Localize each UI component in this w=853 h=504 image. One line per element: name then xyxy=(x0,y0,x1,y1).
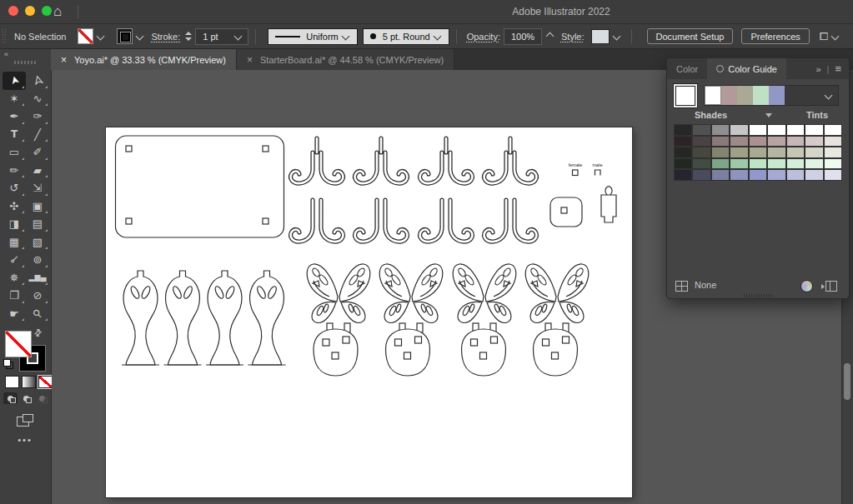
rotate-tool[interactable]: ↺ xyxy=(3,179,26,197)
preferences-button[interactable]: Preferences xyxy=(741,28,809,44)
pencil-tool[interactable]: ✏ xyxy=(3,162,26,180)
paintbrush-tool[interactable]: ✐ xyxy=(26,143,49,162)
color-variation-swatch[interactable] xyxy=(750,125,766,135)
panel-menu-icon[interactable]: ≡ xyxy=(835,62,841,75)
opacity-panel-arrow-icon[interactable] xyxy=(547,32,553,42)
arrange-documents-chevron-icon[interactable] xyxy=(831,32,840,41)
cut-shape-butterflies[interactable] xyxy=(307,264,589,332)
style-chevron-icon[interactable] xyxy=(612,32,620,41)
zoom-tool[interactable]: ⚲ xyxy=(26,305,49,323)
hand-tool[interactable]: ☛ xyxy=(3,305,26,323)
color-variation-swatch[interactable] xyxy=(675,159,691,169)
color-variation-swatch[interactable] xyxy=(675,137,691,147)
color-variation-swatch[interactable] xyxy=(787,147,804,157)
tab-color[interactable]: Color xyxy=(667,58,707,79)
color-variation-swatch[interactable] xyxy=(712,147,729,157)
color-variation-swatch[interactable] xyxy=(805,170,822,180)
default-fill-stroke-icon[interactable] xyxy=(3,359,13,369)
color-variation-swatch[interactable] xyxy=(805,125,822,135)
color-variation-swatch[interactable] xyxy=(730,137,747,147)
color-variation-swatch[interactable] xyxy=(730,147,747,157)
color-variation-swatch[interactable] xyxy=(805,137,822,147)
brush-chevron-icon[interactable] xyxy=(433,32,441,41)
fill-dropdown-chevron-icon[interactable] xyxy=(97,32,105,41)
color-variation-swatch[interactable] xyxy=(825,147,841,157)
panel-resize-grip[interactable] xyxy=(744,294,772,297)
harmony-dropdown-chevron-icon[interactable] xyxy=(821,86,838,105)
gradient-tool[interactable]: ▧ xyxy=(26,233,49,252)
cut-shape-base-plate[interactable] xyxy=(116,136,284,237)
color-variation-swatch[interactable] xyxy=(675,125,691,135)
color-variation-swatch[interactable] xyxy=(730,125,747,135)
stroke-weight-stepper[interactable] xyxy=(185,32,192,41)
color-variation-swatch[interactable] xyxy=(768,147,785,157)
profile-chevron-icon[interactable] xyxy=(341,32,349,41)
column-graph-tool[interactable]: ▂▆▄ xyxy=(26,269,49,287)
shape-builder-tool[interactable]: ◨ xyxy=(3,215,26,233)
control-bar-handle[interactable] xyxy=(3,29,6,44)
slice-tool[interactable]: ⊘ xyxy=(26,287,49,305)
style-label[interactable]: Style: xyxy=(561,32,585,42)
edit-toolbar-icon[interactable]: ••• xyxy=(0,435,50,445)
mesh-tool[interactable]: ▦ xyxy=(3,233,26,252)
joint-legend[interactable]: female male xyxy=(569,162,603,176)
artboard[interactable]: female male xyxy=(106,127,632,497)
color-variation-swatch[interactable] xyxy=(750,147,766,157)
width-tool[interactable]: ✣ xyxy=(3,197,26,216)
stroke-label[interactable]: Stroke: xyxy=(151,32,180,42)
change-screen-mode-icon[interactable] xyxy=(17,414,33,427)
line-segment-tool[interactable]: ╱ xyxy=(26,126,49,144)
color-variation-swatch[interactable] xyxy=(825,159,841,169)
eyedropper-tool[interactable]: ⊸ xyxy=(3,251,26,269)
tab-color-guide[interactable]: Color Guide xyxy=(707,58,786,79)
symbol-sprayer-tool[interactable]: ✵ xyxy=(3,269,26,287)
color-variation-swatch[interactable] xyxy=(675,147,691,157)
current-base-color-swatch[interactable] xyxy=(675,86,695,106)
color-variation-swatch[interactable] xyxy=(825,170,841,180)
gradient-button[interactable] xyxy=(22,376,36,388)
stroke-weight-chevron-icon[interactable] xyxy=(234,32,243,41)
panel-collapse-icon[interactable]: » xyxy=(815,64,820,74)
toolbar-drag-handle[interactable] xyxy=(14,61,36,64)
color-variation-swatch[interactable] xyxy=(693,170,710,180)
harmony-swatch-bar[interactable] xyxy=(704,85,839,106)
cut-shape-peg[interactable] xyxy=(601,187,616,223)
base-color-swatch[interactable] xyxy=(737,86,753,105)
color-variation-swatch[interactable] xyxy=(805,147,822,157)
edit-colors-icon[interactable] xyxy=(800,280,813,292)
rectangle-tool[interactable]: ▭ xyxy=(3,143,26,162)
cut-shape-heads[interactable] xyxy=(314,329,578,376)
base-color-swatch[interactable] xyxy=(721,86,737,105)
color-button[interactable] xyxy=(5,376,19,388)
scale-tool[interactable]: ⇲ xyxy=(26,179,49,197)
base-color-swatch[interactable] xyxy=(753,86,769,105)
document-setup-button[interactable]: Document Setup xyxy=(647,28,734,44)
cut-shape-holder-square[interactable] xyxy=(550,197,582,227)
minimize-window-button[interactable] xyxy=(25,6,35,16)
base-color-swatch[interactable] xyxy=(705,86,721,105)
free-transform-tool[interactable]: ▣ xyxy=(26,197,49,216)
draw-behind-mode-icon[interactable] xyxy=(19,392,33,404)
color-variation-swatch[interactable] xyxy=(712,137,729,147)
color-variation-swatch[interactable] xyxy=(825,137,841,147)
blend-tool[interactable]: ⊚ xyxy=(26,251,49,269)
curvature-tool[interactable]: ✑ xyxy=(26,107,49,126)
limit-to-swatch-library-icon[interactable] xyxy=(675,281,688,292)
stroke-color-swatch[interactable] xyxy=(117,28,133,44)
document-tab[interactable]: ×Yoyo.ai* @ 33.33 % (CMYK/Preview) xyxy=(51,49,237,70)
direct-selection-tool[interactable]: ➤ xyxy=(26,72,49,90)
brush-combo[interactable]: 5 pt. Round xyxy=(363,28,449,45)
none-button[interactable] xyxy=(38,376,53,388)
close-tab-icon[interactable]: × xyxy=(247,54,253,66)
color-variation-swatch[interactable] xyxy=(768,125,785,135)
opacity-label[interactable]: Opacity: xyxy=(467,32,500,42)
style-swatch[interactable] xyxy=(591,29,610,44)
pen-tool[interactable]: ✒ xyxy=(3,107,26,126)
color-variation-swatch[interactable] xyxy=(693,137,710,147)
color-variation-swatch[interactable] xyxy=(805,159,822,169)
color-variation-swatch[interactable] xyxy=(675,170,691,180)
save-group-to-swatches-icon[interactable] xyxy=(825,281,837,292)
color-variation-swatch[interactable] xyxy=(768,170,785,180)
fill-proxy-swatch[interactable] xyxy=(5,331,32,357)
color-variation-swatch[interactable] xyxy=(730,170,747,180)
